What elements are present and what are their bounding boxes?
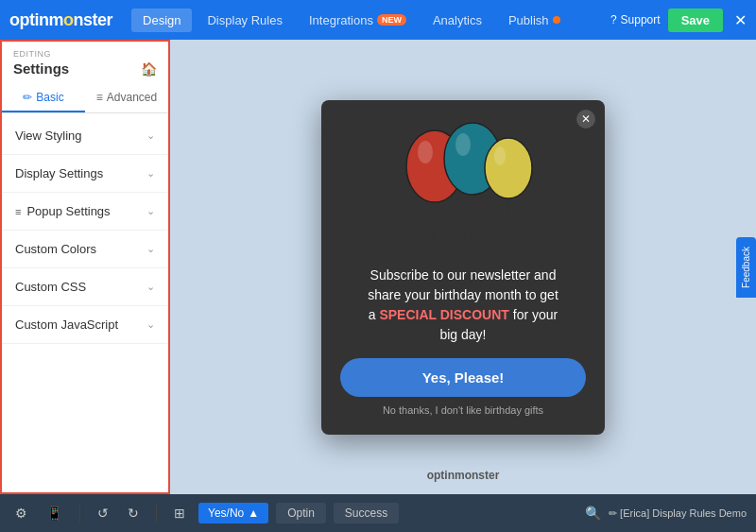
close-button[interactable]: ✕	[734, 11, 747, 29]
divider	[79, 504, 80, 523]
svg-point-8	[494, 146, 506, 165]
settings-icon[interactable]: ⚙	[9, 502, 33, 524]
campaign-label[interactable]: ✏ [Erica] Display Rules Demo	[609, 507, 747, 520]
editing-label: EDITING	[2, 42, 168, 59]
divider-2	[156, 504, 157, 523]
canvas-brand-logo: optinmonster	[427, 466, 500, 483]
mobile-icon[interactable]: 📱	[41, 502, 68, 524]
svg-line-1	[433, 202, 435, 242]
sidebar-item-popup-settings[interactable]: ≡ Popup Settings ⌄	[2, 193, 168, 231]
popup-card: ✕	[321, 100, 605, 435]
nav-tab-publish[interactable]: Publish	[497, 9, 572, 32]
sidebar: EDITING Settings 🏠 ✏ Basic ≡ Advanced Vi…	[0, 40, 170, 494]
canvas-area: ✕	[170, 40, 756, 494]
support-button[interactable]: ? Support	[610, 13, 661, 26]
svg-point-2	[418, 141, 433, 163]
chevron-up-icon: ▲	[248, 506, 259, 520]
popup-cta-button[interactable]: Yes, Please!	[340, 358, 586, 397]
tab-basic[interactable]: ✏ Basic	[2, 84, 85, 112]
nav-tab-design[interactable]: Design	[131, 9, 192, 32]
nav-right: ? Support Save ✕	[610, 9, 747, 32]
settings-title: Settings	[13, 60, 69, 77]
chevron-down-icon: ⌄	[146, 243, 155, 255]
svg-point-5	[455, 133, 471, 156]
svg-line-4	[471, 195, 472, 242]
sidebar-item-custom-javascript[interactable]: Custom JavaScript ⌄	[2, 306, 168, 344]
balloons-svg	[387, 119, 539, 251]
popup-close-button[interactable]: ✕	[576, 110, 595, 129]
svg-line-7	[507, 198, 508, 242]
logo-text: optinmonster	[9, 10, 112, 30]
search-icon[interactable]: 🔍	[585, 506, 601, 521]
publish-badge	[553, 16, 560, 24]
chevron-down-icon: ⌄	[146, 129, 155, 142]
popup-main-text: Subscribe to our newsletter and share yo…	[368, 266, 558, 345]
chevron-down-icon: ⌄	[146, 318, 155, 331]
success-tab[interactable]: Success	[334, 503, 399, 523]
feedback-tab[interactable]: Feedback	[736, 237, 756, 298]
nav-tabs: Design Display Rules Integrations NEW An…	[131, 9, 610, 32]
yes-no-toggle[interactable]: Yes/No ▲	[198, 503, 268, 523]
nav-tab-analytics[interactable]: Analytics	[421, 9, 493, 32]
sidebar-tab-switcher: ✏ Basic ≡ Advanced	[2, 84, 168, 113]
main-layout: EDITING Settings 🏠 ✏ Basic ≡ Advanced Vi…	[0, 40, 756, 494]
settings-header: Settings 🏠	[2, 59, 168, 84]
save-button[interactable]: Save	[668, 9, 723, 32]
list-icon: ≡	[15, 206, 21, 217]
undo-icon[interactable]: ↺	[92, 502, 114, 524]
sidebar-item-view-styling[interactable]: View Styling ⌄	[2, 117, 168, 155]
integrations-badge: NEW	[377, 14, 406, 26]
lines-icon: ≡	[96, 91, 103, 104]
question-icon: ?	[610, 13, 617, 26]
svg-point-6	[485, 138, 532, 198]
logo: optinmonster	[9, 10, 112, 30]
bottom-bar: ⚙ 📱 ↺ ↻ ⊞ Yes/No ▲ Optin Success 🔍 ✏ [Er…	[0, 494, 756, 532]
chevron-down-icon: ⌄	[146, 167, 155, 180]
pencil-icon: ✏	[23, 91, 32, 104]
optin-tab[interactable]: Optin	[276, 503, 326, 523]
balloons-illustration	[387, 119, 539, 251]
sidebar-item-custom-css[interactable]: Custom CSS ⌄	[2, 268, 168, 306]
tab-advanced[interactable]: ≡ Advanced	[85, 84, 168, 112]
home-icon[interactable]: 🏠	[141, 61, 157, 77]
nav-tab-integrations[interactable]: Integrations NEW	[298, 9, 418, 32]
sidebar-item-custom-colors[interactable]: Custom Colors ⌄	[2, 231, 168, 268]
chevron-down-icon: ⌄	[146, 205, 155, 217]
top-navigation: optinmonster Design Display Rules Integr…	[0, 0, 756, 40]
sidebar-item-display-settings[interactable]: Display Settings ⌄	[2, 155, 168, 193]
popup-decline-link[interactable]: No thanks, I don't like birthday gifts	[383, 404, 543, 416]
bottom-right: 🔍 ✏ [Erica] Display Rules Demo	[585, 506, 747, 521]
redo-icon[interactable]: ↻	[122, 502, 145, 524]
chevron-down-icon: ⌄	[146, 281, 155, 293]
nav-tab-display-rules[interactable]: Display Rules	[196, 9, 293, 32]
grid-icon[interactable]: ⊞	[168, 502, 191, 524]
